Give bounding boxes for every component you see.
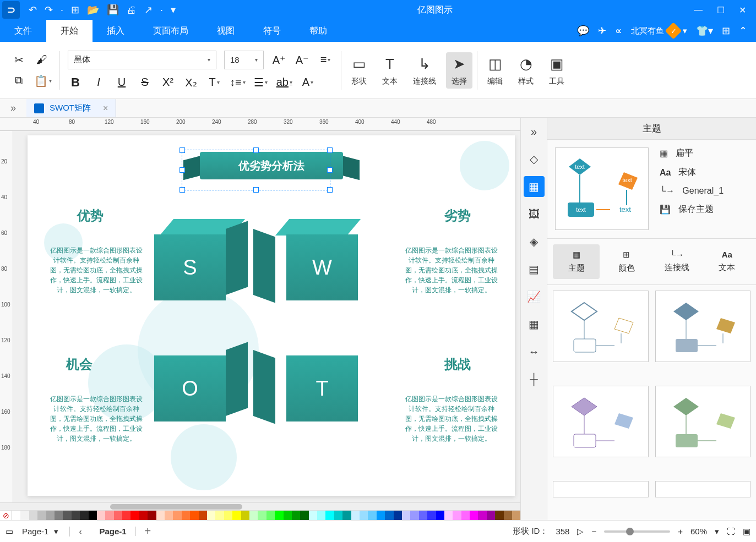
color-swatch[interactable] xyxy=(55,511,63,520)
text-tool[interactable]: T文本 xyxy=(377,52,403,89)
color-swatch[interactable] xyxy=(72,511,80,520)
menu-insert[interactable]: 插入 xyxy=(93,20,139,42)
zoom-out-icon[interactable]: − xyxy=(591,527,596,536)
color-swatch[interactable] xyxy=(292,511,300,520)
layout-icon[interactable]: ▭ xyxy=(6,527,13,536)
color-swatch[interactable] xyxy=(258,511,266,520)
connector-tool[interactable]: ↳连接线 xyxy=(407,52,442,89)
fit-page-icon[interactable]: ⛶ xyxy=(727,527,735,536)
font-size-combo[interactable]: 18▾ xyxy=(224,51,264,69)
color-swatch[interactable] xyxy=(139,511,148,520)
fullscreen-icon[interactable]: ▣ xyxy=(743,527,750,536)
list-icon[interactable]: ☰▾ xyxy=(253,75,269,90)
color-swatch[interactable] xyxy=(453,511,461,520)
color-swatch[interactable] xyxy=(419,511,427,520)
color-swatch[interactable] xyxy=(46,511,55,520)
color-swatch[interactable] xyxy=(309,511,317,520)
color-swatch[interactable] xyxy=(29,511,37,520)
color-swatch[interactable] xyxy=(317,511,325,520)
theme-item[interactable] xyxy=(553,291,649,362)
close-tab-icon[interactable]: × xyxy=(103,103,108,113)
color-swatch[interactable] xyxy=(207,511,215,520)
crosshair-icon[interactable]: ┼ xyxy=(524,369,545,390)
undo-icon[interactable]: ↶ xyxy=(29,4,37,16)
color-swatch[interactable] xyxy=(360,511,368,520)
color-swatch[interactable] xyxy=(165,511,173,520)
zoom-value[interactable]: 60% xyxy=(690,527,707,536)
theme-item[interactable] xyxy=(553,386,649,457)
color-swatch[interactable] xyxy=(266,511,275,520)
color-swatch[interactable] xyxy=(156,511,165,520)
tools-tool[interactable]: ▣工具 xyxy=(543,52,570,89)
color-swatch[interactable] xyxy=(182,511,190,520)
color-swatch[interactable] xyxy=(368,511,376,520)
connector-row[interactable]: └→General_1 xyxy=(660,186,724,196)
shape-tool[interactable]: ▭形状 xyxy=(346,52,372,89)
cat-connector[interactable]: └→连接线 xyxy=(654,244,700,279)
color-swatch[interactable] xyxy=(377,511,385,520)
color-swatch[interactable] xyxy=(232,511,241,520)
cut-icon[interactable]: ✂ xyxy=(11,52,26,68)
strike-button[interactable]: S xyxy=(137,75,153,90)
cat-text[interactable]: Aa文本 xyxy=(704,244,750,279)
color-swatch[interactable] xyxy=(410,511,418,520)
color-scheme-row[interactable]: ▦扁平 xyxy=(660,147,724,159)
decrease-font-icon[interactable]: A⁻ xyxy=(295,52,310,68)
add-page-icon[interactable]: + xyxy=(145,525,151,538)
color-swatch[interactable] xyxy=(199,511,207,520)
color-swatch[interactable] xyxy=(275,511,283,520)
zoom-in-icon[interactable]: + xyxy=(678,527,683,536)
image-icon[interactable]: 🖼 xyxy=(524,204,545,225)
redo-icon[interactable]: ↷ xyxy=(45,4,53,16)
menu-view[interactable]: 视图 xyxy=(203,20,249,42)
color-swatch[interactable] xyxy=(487,511,495,520)
save-theme-row[interactable]: 💾保存主题 xyxy=(660,204,724,215)
color-swatch[interactable] xyxy=(394,511,402,520)
color-swatch[interactable] xyxy=(249,511,258,520)
color-swatch[interactable] xyxy=(173,511,181,520)
apps-icon[interactable]: ⊞ xyxy=(722,25,730,37)
color-swatch[interactable] xyxy=(241,511,249,520)
color-swatch[interactable] xyxy=(12,511,20,520)
copy-icon[interactable]: ⧉ xyxy=(11,73,26,89)
document-tab[interactable]: SWOT矩阵 × xyxy=(26,99,116,117)
select-tool[interactable]: ➤选择 xyxy=(446,52,472,89)
label-threats[interactable]: 挑战 xyxy=(444,355,471,373)
color-swatch[interactable] xyxy=(427,511,436,520)
dimension-icon[interactable]: ↔ xyxy=(524,341,545,362)
color-swatch[interactable] xyxy=(89,511,97,520)
cube-s[interactable]: S xyxy=(154,223,242,311)
color-swatch[interactable] xyxy=(130,511,139,520)
color-swatch[interactable] xyxy=(37,511,46,520)
menu-file[interactable]: 文件 xyxy=(0,20,46,42)
cat-color[interactable]: ⊞颜色 xyxy=(603,244,650,279)
label-weaknesses[interactable]: 劣势 xyxy=(444,207,471,225)
color-swatch[interactable] xyxy=(284,511,292,520)
subscript-button[interactable]: X₂ xyxy=(183,75,199,90)
color-swatch[interactable] xyxy=(80,511,88,520)
zoom-slider[interactable] xyxy=(604,530,670,533)
color-swatch[interactable] xyxy=(444,511,453,520)
font-color-icon[interactable]: A▾ xyxy=(300,75,316,90)
line-spacing-icon[interactable]: ↕≡▾ xyxy=(230,75,246,90)
increase-font-icon[interactable]: A⁺ xyxy=(271,52,287,68)
style-tool[interactable]: ◔样式 xyxy=(513,52,539,89)
minimize-button[interactable]: — xyxy=(694,5,703,15)
color-swatch[interactable] xyxy=(504,511,512,520)
font-row[interactable]: Aa宋体 xyxy=(660,167,724,178)
print-icon[interactable]: 🖨 xyxy=(127,4,137,16)
label-strengths[interactable]: 优势 xyxy=(77,207,104,225)
label-opportunities[interactable]: 机会 xyxy=(66,355,93,373)
menu-home[interactable]: 开始 xyxy=(46,20,93,42)
cube-w[interactable]: W xyxy=(270,223,358,311)
color-swatch[interactable] xyxy=(224,511,232,520)
edit-tool[interactable]: ◫编辑 xyxy=(482,52,508,89)
color-swatch[interactable] xyxy=(342,511,351,520)
title-banner[interactable]: 优劣势分析法 xyxy=(200,152,343,185)
send-icon[interactable]: ✈ xyxy=(598,25,606,37)
new-icon[interactable]: ⊞ xyxy=(71,4,79,16)
cat-theme[interactable]: ▦主题 xyxy=(553,244,600,279)
theme-item[interactable] xyxy=(655,481,751,497)
color-swatch[interactable] xyxy=(461,511,470,520)
open-icon[interactable]: 📂 xyxy=(87,4,99,16)
